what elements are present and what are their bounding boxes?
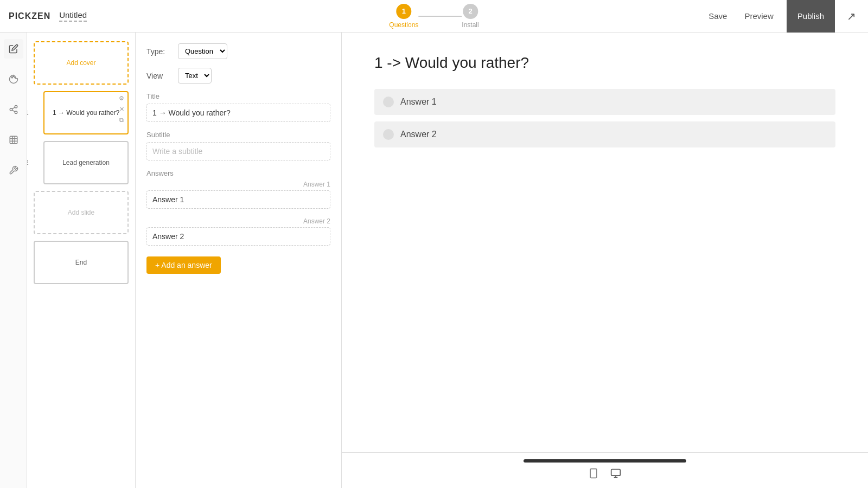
add-cover-label: Add cover <box>66 59 95 68</box>
slide-1-close-btn[interactable]: ✕ <box>117 104 126 114</box>
publish-button[interactable]: Publish <box>787 0 835 33</box>
export-button[interactable]: ↗ <box>844 7 859 26</box>
slide-2-number: 2 <box>27 159 29 166</box>
svg-point-3 <box>15 106 17 108</box>
answer-2-wrap: Answer 2 <box>146 217 330 246</box>
preview-answer-1-text: Answer 1 <box>400 97 437 107</box>
add-slide-card: Add slide <box>34 191 129 234</box>
answer-1-wrap: Answer 1 <box>146 181 330 209</box>
preview-answer-1[interactable]: Answer 1 <box>374 89 835 115</box>
preview-answer-2-text: Answer 2 <box>400 130 437 139</box>
title-input[interactable] <box>146 104 330 122</box>
type-select[interactable]: Question <box>178 43 227 59</box>
view-row: View Text <box>146 68 330 84</box>
nav-edit[interactable] <box>4 39 23 59</box>
slide-1-number: 1 <box>27 109 29 117</box>
svg-rect-8 <box>10 136 17 144</box>
type-row: Type: Question <box>146 43 330 59</box>
slide-1-settings-btn[interactable]: ⚙ <box>117 93 126 103</box>
header: PICKZEN Untitled 1 Questions 2 Install S… <box>0 0 868 33</box>
add-answer-button[interactable]: + Add an answer <box>146 256 221 274</box>
preview-radio-2 <box>383 129 394 140</box>
slide-2-label: Lead generation <box>62 158 110 168</box>
end-slide[interactable]: End <box>34 241 129 284</box>
svg-point-4 <box>10 108 12 111</box>
svg-point-5 <box>15 111 17 114</box>
step-1-circle: 1 <box>396 4 411 19</box>
end-slide-card: End <box>34 241 129 284</box>
preview-answer-2[interactable]: Answer 2 <box>374 121 835 147</box>
device-icons <box>588 468 622 481</box>
preview-progress-bar <box>524 459 686 463</box>
desktop-icon[interactable] <box>610 468 622 481</box>
mobile-icon[interactable] <box>588 468 599 481</box>
slides-panel: Add cover 1 1 → Would you rather? ⚙ ✕ ⧉ … <box>27 33 136 488</box>
preview-panel: 1 -> Would you rather? Answer 1 Answer 2 <box>342 33 868 488</box>
step-connector <box>418 16 462 17</box>
view-label: View <box>146 72 174 80</box>
slide-1-actions: ⚙ ✕ ⧉ <box>117 93 126 125</box>
svg-rect-15 <box>611 470 621 476</box>
answer-2-input[interactable] <box>146 227 330 246</box>
type-label: Type: <box>146 47 174 56</box>
subtitle-input[interactable] <box>146 142 330 160</box>
step-2-label: Install <box>462 21 478 29</box>
preview-question-title: 1 -> Would you rather? <box>374 54 835 72</box>
preview-footer <box>342 452 868 488</box>
add-slide-label: Add slide <box>68 208 94 217</box>
answer-1-input[interactable] <box>146 190 330 209</box>
svg-rect-13 <box>590 469 597 478</box>
slide-2[interactable]: 2 Lead generation <box>34 141 129 184</box>
editor-panel: Type: Question View Text Title Subtitle … <box>136 33 342 488</box>
logo: PICKZEN <box>9 11 50 21</box>
svg-line-6 <box>12 110 15 112</box>
nav-share[interactable] <box>4 100 23 119</box>
nav-theme[interactable] <box>4 69 23 89</box>
end-slide-label: End <box>75 258 87 267</box>
answers-section: Answers Answer 1 Answer 2 + Add an answe… <box>146 169 330 274</box>
svg-point-0 <box>11 77 12 78</box>
step-2-install[interactable]: 2 Install <box>462 4 478 29</box>
preview-content: 1 -> Would you rather? Answer 1 Answer 2 <box>342 33 868 452</box>
svg-line-7 <box>12 107 15 109</box>
step-1-questions[interactable]: 1 Questions <box>389 4 418 29</box>
document-title[interactable]: Untitled <box>59 10 87 22</box>
nav-settings[interactable] <box>4 160 23 180</box>
slide-2-card: Lead generation <box>43 141 129 184</box>
title-section-label: Title <box>146 92 330 100</box>
preview-button[interactable]: Preview <box>740 8 777 24</box>
answer-2-label: Answer 2 <box>146 217 330 225</box>
slide-1-card: 1 → Would you rather? <box>43 91 129 134</box>
step-1-label: Questions <box>389 21 418 29</box>
header-actions: Save Preview Publish ↗ <box>704 0 859 33</box>
slide-1-copy-btn[interactable]: ⧉ <box>117 115 126 125</box>
answer-1-label: Answer 1 <box>146 181 330 188</box>
icon-nav <box>0 33 27 488</box>
save-button[interactable]: Save <box>704 8 731 24</box>
preview-radio-1 <box>383 97 394 107</box>
svg-point-2 <box>14 77 15 78</box>
add-cover-slide[interactable]: Add cover <box>34 41 129 85</box>
add-slide[interactable]: Add slide <box>34 191 129 234</box>
slide-1[interactable]: 1 1 → Would you rather? ⚙ ✕ ⧉ <box>34 91 129 134</box>
add-cover-card: Add cover <box>34 41 129 85</box>
svg-point-1 <box>13 76 14 77</box>
view-select[interactable]: Text <box>178 68 212 84</box>
subtitle-section-label: Subtitle <box>146 131 330 139</box>
answers-label: Answers <box>146 169 330 177</box>
nav-table[interactable] <box>4 130 23 150</box>
steps-nav: 1 Questions 2 Install <box>389 4 478 29</box>
main-layout: Add cover 1 1 → Would you rather? ⚙ ✕ ⧉ … <box>0 33 868 488</box>
slide-1-label: 1 → Would you rather? <box>53 108 119 118</box>
step-2-circle: 2 <box>463 4 478 19</box>
